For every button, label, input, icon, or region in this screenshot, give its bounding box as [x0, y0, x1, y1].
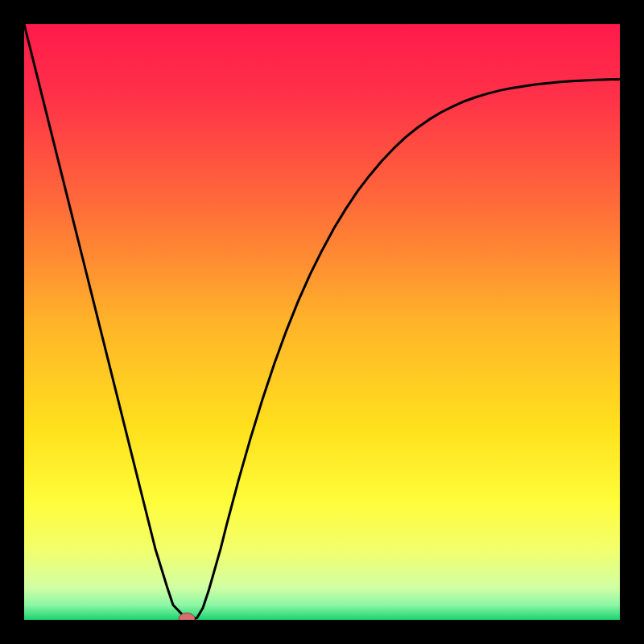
bottleneck-chart — [24, 24, 620, 620]
chart-frame: TheBottleneck.com — [0, 0, 644, 644]
gradient-background — [24, 24, 620, 620]
attribution-label: TheBottleneck.com — [472, 2, 626, 23]
plot-area — [24, 24, 620, 620]
